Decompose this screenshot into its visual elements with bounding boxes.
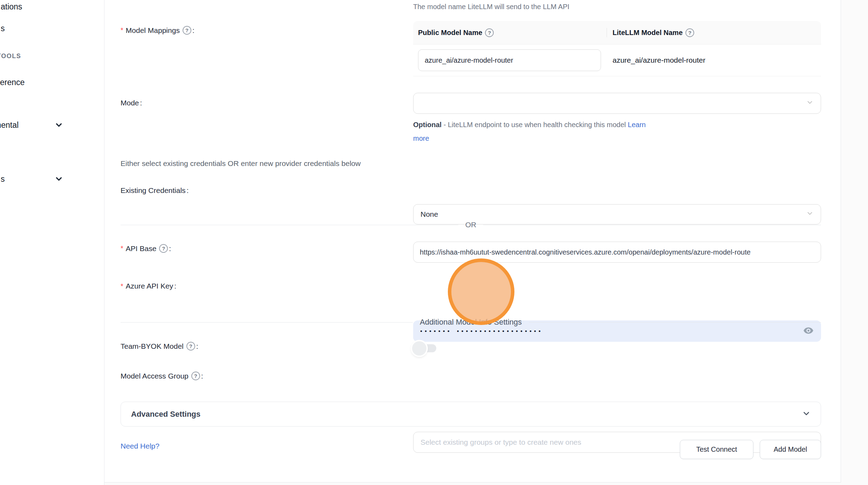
masked-password-dots: ••••••••••••••••••••••••••	[420, 328, 543, 334]
sidebar-section-tools: TOOLS	[0, 53, 21, 60]
add-model-page: ations s TOOLS erence mental s The model…	[0, 0, 868, 485]
advanced-settings-title: Advanced Settings	[131, 410, 802, 419]
mode-label: Mode :	[121, 99, 142, 107]
required-asterisk: *	[121, 244, 123, 252]
or-divider-label: OR	[465, 221, 477, 229]
sidebar-item-clipped-5[interactable]: s	[1, 174, 5, 184]
model-mappings-table: Public Model Name ? LiteLLM Model Name ?…	[413, 21, 821, 76]
model-access-group-label: Model Access Group ? :	[121, 372, 203, 380]
sidebar: ations s TOOLS erence mental s	[0, 0, 104, 485]
add-model-form: The model name LiteLLM will send to the …	[104, 0, 841, 483]
chevron-down-icon[interactable]	[54, 120, 63, 130]
question-circle-icon[interactable]: ?	[159, 244, 168, 253]
team-byok-label: Team-BYOK Model ? :	[121, 342, 198, 351]
model-access-group-placeholder: Select existing groups or type to create…	[421, 438, 581, 446]
column-divider	[607, 28, 607, 37]
mode-select[interactable]	[413, 93, 821, 114]
public-model-name-input[interactable]	[418, 49, 601, 71]
add-model-button[interactable]: Add Model	[760, 440, 821, 459]
api-base-input[interactable]	[413, 242, 821, 263]
litellm-model-name-value: azure_ai/azure-model-router	[607, 56, 705, 64]
existing-credentials-label: Existing Credentials :	[121, 186, 189, 195]
required-asterisk: *	[121, 282, 123, 290]
sidebar-item-clipped-2[interactable]: s	[1, 24, 5, 33]
litellm-model-name-header: LiteLLM Model Name ?	[607, 28, 821, 37]
need-help-link[interactable]: Need Help?	[121, 442, 159, 450]
toggle-knob	[412, 341, 426, 355]
question-circle-icon[interactable]: ?	[186, 342, 195, 351]
model-mappings-label: * Model Mappings ? :	[121, 26, 194, 35]
sidebar-item-clipped-4[interactable]: mental	[0, 120, 19, 130]
click-highlight-overlay	[448, 258, 514, 325]
chevron-down-icon[interactable]	[54, 174, 63, 183]
sidebar-item-clipped-3[interactable]: erence	[0, 78, 25, 87]
model-name-description: The model name LiteLLM will send to the …	[413, 3, 569, 11]
question-circle-icon[interactable]: ?	[191, 372, 200, 380]
required-asterisk: *	[121, 26, 123, 34]
chevron-down-icon	[802, 409, 811, 420]
advanced-settings-panel[interactable]: Advanced Settings	[121, 402, 821, 427]
question-circle-icon[interactable]: ?	[485, 28, 494, 37]
azure-api-key-label: * Azure API Key :	[121, 282, 176, 290]
test-connect-button[interactable]: Test Connect	[680, 440, 753, 459]
additional-settings-divider-label: Additional Model Info Settings	[420, 318, 522, 327]
or-divider: OR	[121, 221, 821, 229]
question-circle-icon[interactable]: ?	[685, 28, 694, 37]
eye-icon[interactable]	[802, 325, 815, 337]
public-model-name-header: Public Model Name ?	[413, 28, 607, 37]
chevron-down-icon	[806, 210, 814, 219]
table-row: azure_ai/azure-model-router	[413, 44, 821, 76]
mode-help-text: Optional - LiteLLM endpoint to use when …	[413, 118, 658, 145]
chevron-down-icon	[806, 99, 814, 108]
credentials-note: Either select existing credentials OR en…	[121, 159, 361, 168]
api-base-label: * API Base ? :	[121, 244, 171, 253]
existing-credentials-value: None	[421, 210, 438, 219]
additional-settings-divider: Additional Model Info Settings	[121, 318, 821, 327]
model-mappings-header-row: Public Model Name ? LiteLLM Model Name ?	[413, 21, 821, 44]
sidebar-item-clipped-1[interactable]: ations	[1, 2, 22, 12]
team-byok-toggle[interactable]	[413, 344, 436, 352]
question-circle-icon[interactable]: ?	[183, 26, 191, 35]
